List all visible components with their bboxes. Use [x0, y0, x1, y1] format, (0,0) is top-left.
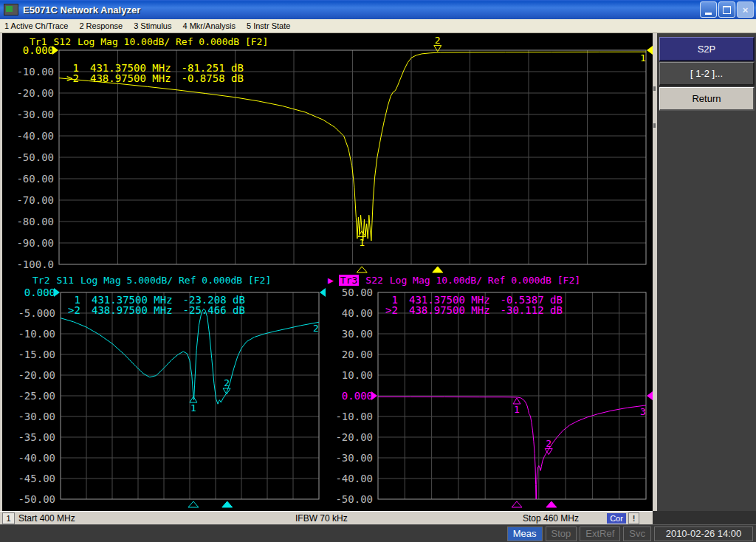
- marker-value: -81.251 dB: [182, 63, 244, 73]
- menu-bar: 1 Active Ch/Trace 2 Response 3 Stimulus …: [0, 19, 756, 33]
- chart-tr2-s11: 0.000-5.000-10.00-15.00-20.00-25.00-30.0…: [0, 273, 328, 511]
- extref-indicator: ExtRef: [580, 526, 620, 541]
- status-bar-corner: [653, 511, 756, 524]
- svg-text:2: 2: [435, 35, 441, 46]
- svg-text:-20.00: -20.00: [16, 87, 54, 99]
- tr3-label: Tr3: [339, 275, 359, 286]
- tr1-marker-readout: 1 431.37500 MHz -81.251 dB >2 438.97500 …: [66, 63, 244, 83]
- svg-text:-40.00: -40.00: [335, 473, 373, 484]
- svg-text:-50.00: -50.00: [16, 151, 54, 163]
- close-button[interactable]: ×: [737, 1, 754, 18]
- restore-icon: [723, 6, 731, 14]
- menu-stimulus[interactable]: 3 Stimulus: [134, 21, 171, 30]
- close-icon: ×: [743, 4, 749, 16]
- svg-text:20.00: 20.00: [342, 349, 373, 360]
- svg-text:0.000: 0.000: [342, 390, 373, 402]
- svg-text:-50.00: -50.00: [18, 493, 55, 505]
- tr3-marker2-row: >2 438.97500 MHz -30.112 dB: [385, 305, 563, 315]
- tr2-marker-readout: 1 431.37500 MHz -23.208 dB >2 438.97500 …: [68, 295, 245, 315]
- datetime-readout: 2010-02-26 14:00: [654, 526, 753, 541]
- window-title: E5071C Network Analyzer: [23, 4, 140, 16]
- svg-text:-20.00: -20.00: [335, 431, 373, 443]
- channel-number-box: 1: [2, 512, 15, 524]
- tr1-marker1-row: 1 431.37500 MHz -81.251 dB: [66, 63, 244, 73]
- tr2-scale: Log Mag 5.000dB/ Ref 0.000dB [F2]: [80, 275, 271, 286]
- tr3-header: ▶ Tr3 S22 Log Mag 10.00dB/ Ref 0.000dB […: [328, 275, 580, 286]
- marker-frequency: 438.97500 MHz: [92, 305, 173, 315]
- minimize-icon: [705, 13, 712, 15]
- marker-number: >2: [68, 305, 83, 315]
- svg-text:-30.00: -30.00: [335, 452, 373, 464]
- tr3-scale: Log Mag 10.00dB/ Ref 0.000dB [F2]: [390, 275, 580, 286]
- display-area: 0.000-10.00-20.00-30.00-40.00-50.00-60.0…: [0, 33, 756, 511]
- instrument-state-bar: Meas Stop ExtRef Svc 2010-02-26 14:00: [0, 524, 756, 542]
- app-window: E5071C Network Analyzer × 1 Active Ch/Tr…: [0, 0, 756, 542]
- svg-text:-70.00: -70.00: [16, 194, 54, 206]
- tr1-scale: Log Mag 10.00dB/ Ref 0.000dB [F2]: [78, 36, 268, 47]
- marker-value: -23.208 dB: [183, 295, 245, 305]
- menu-mkr-analysis[interactable]: 4 Mkr/Analysis: [182, 21, 236, 30]
- svg-text:-45.00: -45.00: [18, 473, 55, 484]
- marker-frequency: 431.37500 MHz: [92, 295, 173, 305]
- menu-instr-state[interactable]: 5 Instr State: [247, 21, 290, 30]
- svg-text:-25.00: -25.00: [18, 390, 55, 402]
- svg-text:-80.00: -80.00: [16, 216, 54, 227]
- marker-value: -0.5387 dB: [501, 295, 563, 305]
- softkey-menu-title: S2P: [659, 37, 755, 61]
- svg-text:40.00: 40.00: [342, 307, 373, 319]
- svg-text:2: 2: [313, 323, 319, 334]
- svg-text:-90.00: -90.00: [16, 237, 54, 249]
- tr2-header: ▶ Tr2 S11 Log Mag 5.000dB/ Ref 0.000dB […: [32, 275, 271, 286]
- chart-tr3-s22: 50.0040.0030.0020.0010.000.000-10.00-20.…: [328, 273, 653, 511]
- correction-badge: Cor: [607, 513, 626, 524]
- app-icon: [4, 4, 18, 16]
- svg-text:-10.00: -10.00: [18, 328, 55, 340]
- marker-frequency: 431.37500 MHz: [90, 63, 171, 73]
- stop-frequency: Stop 460 MHz: [523, 513, 579, 524]
- marker-frequency: 431.37500 MHz: [409, 295, 490, 305]
- status-bar: 1 Start 400 MHz IFBW 70 kHz Stop 460 MHz…: [0, 511, 653, 524]
- marker-value: -30.112 dB: [501, 305, 563, 315]
- marker-number: 1: [66, 63, 81, 73]
- svg-text:10.00: 10.00: [342, 369, 373, 381]
- menu-response[interactable]: 2 Response: [79, 21, 123, 30]
- minimize-button[interactable]: [700, 1, 717, 18]
- svg-text:-5.000: -5.000: [18, 307, 55, 319]
- tr3-parameter: S22: [365, 275, 382, 286]
- svg-text:-15.00: -15.00: [18, 349, 55, 360]
- marker-number: 1: [385, 295, 400, 305]
- svg-text:-30.00: -30.00: [16, 109, 54, 120]
- meas-indicator: Meas: [507, 526, 543, 541]
- tr2-marker1-row: 1 431.37500 MHz -23.208 dB: [68, 295, 245, 305]
- svg-text:1: 1: [640, 52, 646, 64]
- tr1-header: ▶ Tr1 S12 Log Mag 10.00dB/ Ref 0.000dB […: [30, 36, 268, 47]
- tr2-parameter: S11: [56, 275, 73, 286]
- svg-text:1: 1: [190, 402, 196, 414]
- svg-text:-20.00: -20.00: [18, 369, 55, 381]
- warning-badge: !: [628, 512, 639, 524]
- svg-text:-60.00: -60.00: [16, 173, 54, 185]
- tr3-marker1-row: 1 431.37500 MHz -0.5387 dB: [385, 295, 563, 305]
- svg-text:1: 1: [514, 404, 520, 415]
- start-frequency: Start 400 MHz: [18, 513, 75, 524]
- svg-text:3: 3: [640, 406, 646, 417]
- softkey-return-button[interactable]: Return: [659, 87, 755, 111]
- title-bar: E5071C Network Analyzer ×: [0, 0, 756, 19]
- chart-tr1-s12: 0.000-10.00-20.00-30.00-40.00-50.00-60.0…: [0, 33, 653, 273]
- stop-indicator: Stop: [546, 526, 577, 541]
- svg-text:-10.00: -10.00: [16, 66, 54, 78]
- ifbw-readout: IFBW 70 kHz: [295, 513, 348, 524]
- softkey-menu: S2P [ 1-2 ]... Return: [657, 33, 756, 511]
- gutter-mark: [653, 123, 656, 128]
- svc-indicator: Svc: [623, 526, 651, 541]
- marker-number: >2: [66, 73, 81, 83]
- svg-text:30.00: 30.00: [342, 328, 373, 340]
- softkey-1-2-button[interactable]: [ 1-2 ]...: [659, 62, 755, 86]
- restore-button[interactable]: [718, 1, 735, 18]
- gutter-mark: [653, 86, 656, 91]
- tr1-parameter: S12: [53, 36, 70, 47]
- tr1-marker2-row: >2 438.97500 MHz -0.8758 dB: [66, 73, 244, 83]
- marker-number: >2: [385, 305, 400, 315]
- menu-active-ch-trace[interactable]: 1 Active Ch/Trace: [4, 21, 68, 30]
- marker-value: -0.8758 dB: [182, 73, 244, 83]
